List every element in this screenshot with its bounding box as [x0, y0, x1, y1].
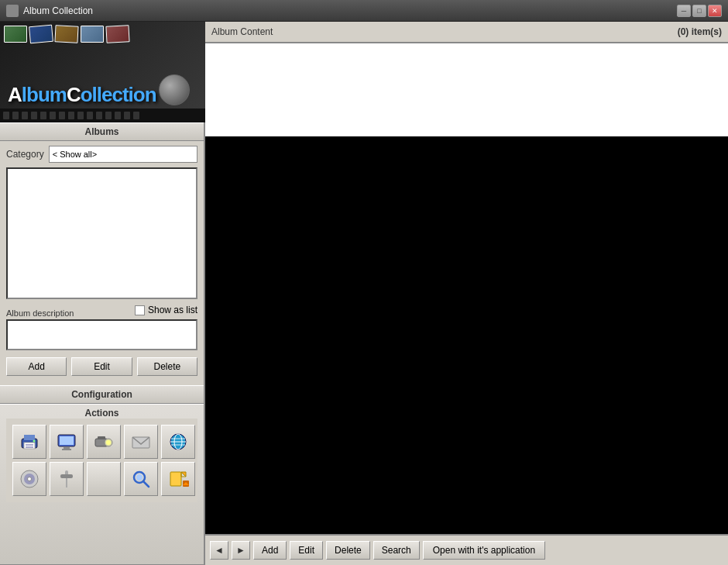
app-icon — [6, 5, 19, 17]
preview-area — [205, 43, 728, 136]
edit-content-button[interactable]: Edit — [290, 541, 323, 560]
svg-point-28 — [136, 474, 143, 481]
main-window: AlbumCollection Albums — [0, 22, 728, 565]
search2-icon — [130, 468, 152, 490]
window-title: Album Collection — [23, 5, 93, 16]
logo-photo-3 — [54, 25, 78, 43]
action-icons-grid — [6, 419, 197, 502]
web-icon — [167, 431, 189, 453]
web-action-button[interactable] — [161, 425, 195, 459]
mail-icon — [130, 431, 152, 453]
minimize-button[interactable]: ─ — [677, 5, 691, 17]
maximize-button[interactable]: □ — [692, 5, 706, 17]
right-panel: Album Content (0) item(s) ◄ ► Add Edit D… — [205, 22, 728, 565]
add-album-button[interactable]: Add — [6, 357, 67, 376]
svg-line-27 — [143, 481, 149, 487]
content-area[interactable] — [205, 136, 728, 534]
projector-icon — [93, 431, 115, 453]
open-with-button[interactable]: Open with it's application — [423, 541, 545, 560]
svg-point-5 — [33, 440, 36, 443]
next-button[interactable]: ► — [232, 541, 250, 560]
search-action-button[interactable] — [124, 462, 158, 496]
disc-icon — [19, 468, 40, 490]
printer-icon — [19, 431, 40, 453]
edit-album-button[interactable]: Edit — [71, 357, 132, 376]
logo-text: AlbumCollection — [8, 83, 156, 107]
logo-photos — [4, 26, 129, 43]
prev-button[interactable]: ◄ — [210, 541, 228, 560]
export-action-button[interactable] — [161, 462, 195, 496]
svg-rect-8 — [64, 447, 70, 449]
category-row: Category < Show all> — [6, 146, 197, 163]
svg-rect-13 — [98, 436, 105, 439]
svg-marker-30 — [181, 472, 186, 477]
album-buttons: Add Edit Delete — [6, 357, 197, 376]
delete-content-button[interactable]: Delete — [326, 541, 370, 560]
item-count: (0) item(s) — [678, 26, 722, 37]
configuration-section-header: Configuration — [0, 385, 204, 404]
print-action-button[interactable] — [12, 425, 46, 459]
actions-section-header: Actions — [0, 404, 204, 565]
logo-photo-2 — [29, 25, 53, 44]
search-content-button[interactable]: Search — [373, 541, 420, 560]
delete-album-button[interactable]: Delete — [137, 357, 197, 376]
svg-rect-4 — [26, 446, 33, 448]
svg-rect-9 — [62, 449, 71, 450]
album-content-header: Album Content (0) item(s) — [205, 22, 728, 43]
svg-rect-3 — [26, 444, 33, 446]
svg-point-22 — [28, 477, 32, 481]
albums-section-header: Albums — [0, 122, 204, 141]
monitor-action-button[interactable] — [50, 425, 84, 459]
mail-action-button[interactable] — [124, 425, 158, 459]
albums-list[interactable] — [6, 167, 197, 299]
svg-rect-7 — [60, 436, 74, 445]
logo-area: AlbumCollection — [0, 22, 205, 122]
bottom-toolbar: ◄ ► Add Edit Delete Search Open with it'… — [205, 534, 728, 565]
tool-action-button[interactable] — [50, 462, 84, 496]
svg-rect-24 — [60, 474, 73, 478]
title-bar-left: Album Collection — [6, 5, 93, 17]
logo-ball — [159, 74, 190, 105]
title-bar-controls: ─ □ ✕ — [677, 5, 722, 17]
show-as-list-label: Show as list — [148, 305, 197, 315]
category-select[interactable]: < Show all> — [49, 146, 197, 163]
monitor-icon — [56, 431, 77, 453]
svg-rect-1 — [24, 435, 35, 440]
close-button[interactable]: ✕ — [708, 5, 722, 17]
export-icon — [167, 468, 189, 490]
disc-action-button[interactable] — [12, 462, 46, 496]
logo-photo-4 — [81, 26, 104, 43]
blank-action-button-1[interactable] — [87, 462, 121, 496]
album-description-textarea[interactable] — [6, 319, 197, 350]
show-as-list-checkbox[interactable] — [135, 305, 145, 315]
svg-point-12 — [106, 440, 111, 445]
add-content-button[interactable]: Add — [253, 541, 287, 560]
albums-section: Category < Show all> Album description S… — [0, 141, 204, 385]
logo-photo-5 — [105, 25, 129, 43]
tool-icon — [56, 468, 77, 490]
svg-rect-25 — [66, 478, 67, 487]
album-content-label: Album Content — [211, 26, 273, 37]
logo-filmstrip — [0, 109, 205, 122]
projector-action-button[interactable] — [87, 425, 121, 459]
album-description-label: Album description — [6, 308, 74, 318]
title-bar: Album Collection ─ □ ✕ — [0, 0, 728, 22]
category-label: Category — [6, 149, 44, 160]
show-as-list-row: Show as list — [135, 305, 197, 315]
logo-photo-1 — [4, 26, 27, 43]
svg-rect-29 — [170, 472, 181, 486]
left-panel: AlbumCollection Albums — [0, 22, 205, 565]
